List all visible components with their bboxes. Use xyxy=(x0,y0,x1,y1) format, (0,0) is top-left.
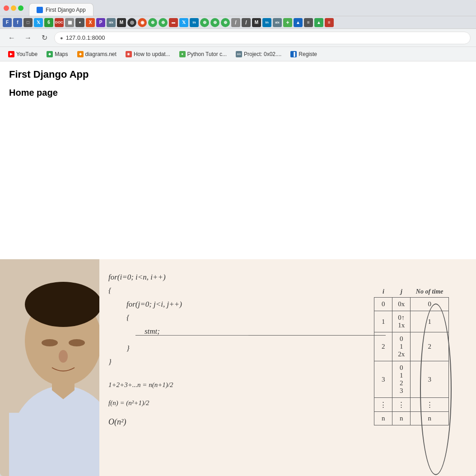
toolbar-icon-m2[interactable]: M xyxy=(252,18,261,27)
video-overlay: for(i=0; i<n, i++) { for(j=0; j<i, j++) … xyxy=(0,259,476,476)
url-bar[interactable]: ● 127.0.0.1:8000 xyxy=(54,32,471,44)
toolbar-icon-x1[interactable]: 𝕏 xyxy=(34,18,43,27)
cell-j-3: 0123 xyxy=(392,361,411,398)
code-brace-1: { xyxy=(108,286,112,295)
bookmark-register-label: Registe xyxy=(299,51,317,57)
toolbar-icon-plus[interactable]: + xyxy=(283,18,292,27)
svg-point-4 xyxy=(42,339,58,346)
toolbar-icon-sq[interactable]: □ xyxy=(23,18,33,27)
toolbar-icon-sheets[interactable]: ≡ xyxy=(325,18,334,27)
forward-button[interactable]: → xyxy=(22,32,34,44)
code-stmt: stmt; xyxy=(145,327,160,336)
divider-line xyxy=(158,335,248,336)
oval-highlight xyxy=(420,303,452,475)
toolbar-icon-in2[interactable]: in xyxy=(262,18,271,27)
lock-icon: ● xyxy=(60,35,63,41)
svg-point-5 xyxy=(69,339,85,346)
bookmark-project[interactable]: aix Project: 0x02.... xyxy=(232,50,285,59)
toolbar-icon-g2[interactable]: ⊕ xyxy=(159,18,168,27)
bookmark-maps[interactable]: ◆ Maps xyxy=(43,50,71,59)
nav-bar: ← → ↻ ● 127.0.0.1:8000 xyxy=(0,29,476,47)
bookmark-register[interactable]: ▐ Registe xyxy=(287,50,321,59)
bookmark-diagrams[interactable]: ◆ diagrams.net xyxy=(74,50,120,59)
complexity: O(n²) xyxy=(108,417,126,427)
browser-window: First Django App F f □ 𝕏 6 DOC ▦ ● X P a… xyxy=(0,0,476,476)
bookmark-python[interactable]: ● Python Tutor c... xyxy=(176,50,230,59)
cell-i-0: 0 xyxy=(374,298,392,311)
toolbar-icon-sl1[interactable]: / xyxy=(231,18,240,27)
toolbar-icon-in1[interactable]: in xyxy=(190,18,199,27)
code-brace-3: } xyxy=(126,344,130,353)
bookmark-maps-label: Maps xyxy=(55,51,68,57)
close-control[interactable] xyxy=(4,5,9,11)
toolbar-icon-6[interactable]: 6 xyxy=(44,18,53,27)
tab-bar: First Django App xyxy=(0,0,476,16)
url-text: 127.0.0.1:8000 xyxy=(66,34,105,41)
tab-favicon xyxy=(37,7,43,13)
project-favicon: aix xyxy=(236,51,242,57)
toolbar-icon-doc[interactable]: DOC xyxy=(55,18,64,27)
code-line-2: for(j=0; j<i, j++) xyxy=(126,300,182,309)
toolbar-icon-fb2[interactable]: f xyxy=(13,18,22,27)
cell-j-0: 0x xyxy=(392,298,411,311)
active-tab[interactable]: First Django App xyxy=(29,3,93,16)
bookmark-project-label: Project: 0x02.... xyxy=(244,51,281,57)
python-favicon: ● xyxy=(179,51,186,57)
toolbar-icon-gh[interactable]: ◎ xyxy=(127,18,136,27)
formula-2: f(n) = (n²+1)/2 xyxy=(108,399,149,407)
table-header-j: j xyxy=(392,286,411,298)
toolbar-icon-menu[interactable]: ≡ xyxy=(304,18,313,27)
tab-strip: First Django App xyxy=(29,0,472,16)
bookmark-howto[interactable]: ◉ How to updat... xyxy=(122,50,174,59)
toolbar-icon-aix1[interactable]: aix xyxy=(107,18,116,27)
cell-j-1: 0↑1x xyxy=(392,311,411,332)
toolbar-icon-drive[interactable]: ▲ xyxy=(294,18,303,27)
toolbar-icon-m1[interactable]: M xyxy=(117,18,126,27)
cell-i-n: n xyxy=(374,412,392,425)
minimize-control[interactable] xyxy=(11,5,16,11)
register-favicon: ▐ xyxy=(290,51,297,57)
toolbar-icon-o1[interactable]: ◉ xyxy=(138,18,147,27)
maximize-control[interactable] xyxy=(18,5,23,11)
toolbar-icon-sl2[interactable]: / xyxy=(242,18,251,27)
toolbar-icon-g4[interactable]: ⊕ xyxy=(210,18,219,27)
howto-favicon: ◉ xyxy=(126,51,132,57)
toolbar-icon-g1[interactable]: ⊕ xyxy=(148,18,157,27)
cell-j-n: n xyxy=(392,412,411,425)
table-header-noftime: No of time xyxy=(411,286,449,298)
svg-point-6 xyxy=(59,350,68,363)
page-body: First Django App Home page xyxy=(0,61,476,105)
toolbar-icon-x3[interactable]: 𝕏 xyxy=(179,18,188,27)
code-line-1: for(i=0; i<n, i++) xyxy=(108,273,166,282)
cell-j-dots: ⋮ xyxy=(392,398,411,412)
bookmark-youtube-label: YouTube xyxy=(16,51,37,57)
toolbar-icon-red[interactable]: ▬ xyxy=(169,18,178,27)
toolbar-icon-img[interactable]: ▦ xyxy=(65,18,74,27)
toolbar-icon-aix2[interactable]: aix xyxy=(273,18,282,27)
svg-point-3 xyxy=(25,282,102,327)
toolbar-icon-dot[interactable]: ● xyxy=(75,18,84,27)
diagrams-favicon: ◆ xyxy=(77,51,84,57)
page-title: First Django App xyxy=(9,69,467,80)
toolbar-icons-row: F f □ 𝕏 6 DOC ▦ ● X P aix M ◎ ◉ ⊕ ⊕ ▬ 𝕏 … xyxy=(0,16,476,29)
tab-label: First Django App xyxy=(46,7,86,13)
toolbar-icon-fb1[interactable]: F xyxy=(3,18,12,27)
formula-1: 1+2+3+...n = n(n+1)/2 xyxy=(108,381,173,389)
back-button[interactable]: ← xyxy=(5,32,18,44)
reload-button[interactable]: ↻ xyxy=(38,32,51,44)
toolbar-icon-drive2[interactable]: ▲ xyxy=(314,18,323,27)
bookmarks-bar: ▶ YouTube ◆ Maps ◆ diagrams.net ◉ How to… xyxy=(0,47,476,61)
bookmark-youtube[interactable]: ▶ YouTube xyxy=(5,50,41,59)
toolbar-icon-g3[interactable]: ⊕ xyxy=(200,18,209,27)
bookmark-python-label: Python Tutor c... xyxy=(187,51,227,57)
toolbar-icon-g5[interactable]: ⊕ xyxy=(221,18,230,27)
bookmark-howto-label: How to updat... xyxy=(134,51,170,57)
page-subtitle: Home page xyxy=(9,88,467,98)
code-brace-4: } xyxy=(108,358,112,367)
youtube-favicon: ▶ xyxy=(8,51,14,57)
cell-i-2: 2 xyxy=(374,332,392,361)
toolbar-icon-x2[interactable]: X xyxy=(86,18,95,27)
table-header-i: i xyxy=(374,286,392,298)
toolbar-icon-p[interactable]: P xyxy=(96,18,105,27)
window-controls xyxy=(4,5,23,11)
